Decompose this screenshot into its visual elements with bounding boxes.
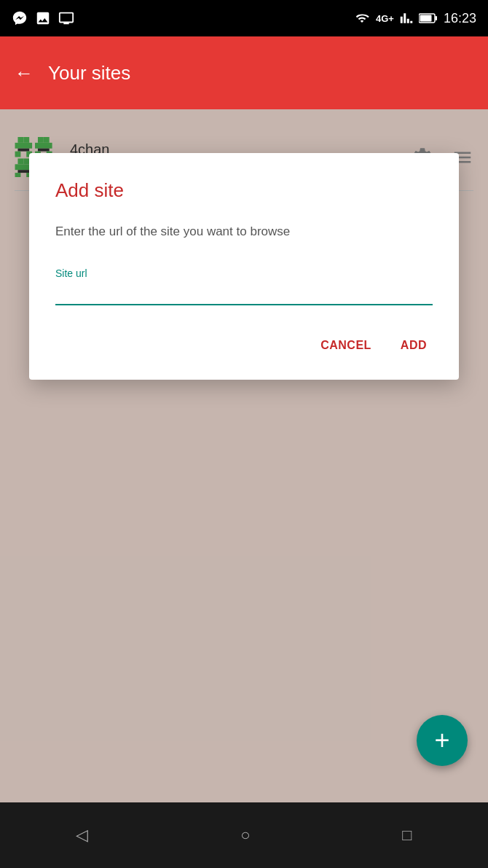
nav-recents-button[interactable]: □ bbox=[402, 826, 412, 845]
dialog-overlay: Add site Enter the url of the site you w… bbox=[0, 109, 488, 802]
image-icon bbox=[35, 10, 51, 26]
bottom-nav: ◁ ○ □ bbox=[0, 802, 488, 868]
status-time: 16:23 bbox=[444, 11, 476, 26]
add-button[interactable]: ADD bbox=[395, 332, 433, 359]
dialog-actions: CANCEL ADD bbox=[55, 332, 433, 359]
status-bar: 4G+ 16:23 bbox=[0, 0, 488, 36]
back-button[interactable]: ← bbox=[15, 62, 34, 85]
add-site-dialog: Add site Enter the url of the site you w… bbox=[29, 153, 459, 380]
dialog-description: Enter the url of the site you want to br… bbox=[55, 222, 433, 241]
svg-rect-1 bbox=[435, 16, 437, 20]
battery-icon bbox=[419, 12, 438, 24]
cancel-button[interactable]: CANCEL bbox=[315, 332, 377, 359]
status-bar-right: 4G+ 16:23 bbox=[354, 11, 476, 26]
display-icon bbox=[58, 10, 74, 26]
status-bar-left bbox=[12, 10, 74, 26]
nav-home-button[interactable]: ○ bbox=[240, 826, 250, 845]
messenger-icon bbox=[12, 10, 28, 26]
add-site-fab[interactable]: + bbox=[417, 715, 468, 766]
wifi-icon bbox=[354, 12, 370, 25]
svg-rect-2 bbox=[420, 15, 431, 22]
site-url-input[interactable] bbox=[55, 284, 433, 305]
app-bar-title: Your sites bbox=[48, 62, 130, 85]
dialog-title: Add site bbox=[55, 179, 433, 202]
app-bar: ← Your sites bbox=[0, 36, 488, 109]
dialog-input-container: Site url bbox=[55, 267, 433, 305]
site-url-label: Site url bbox=[55, 267, 433, 279]
fab-plus-icon: + bbox=[434, 727, 449, 754]
signal-icon bbox=[400, 12, 413, 25]
network-type: 4G+ bbox=[376, 13, 394, 24]
nav-back-button[interactable]: ◁ bbox=[76, 826, 88, 845]
